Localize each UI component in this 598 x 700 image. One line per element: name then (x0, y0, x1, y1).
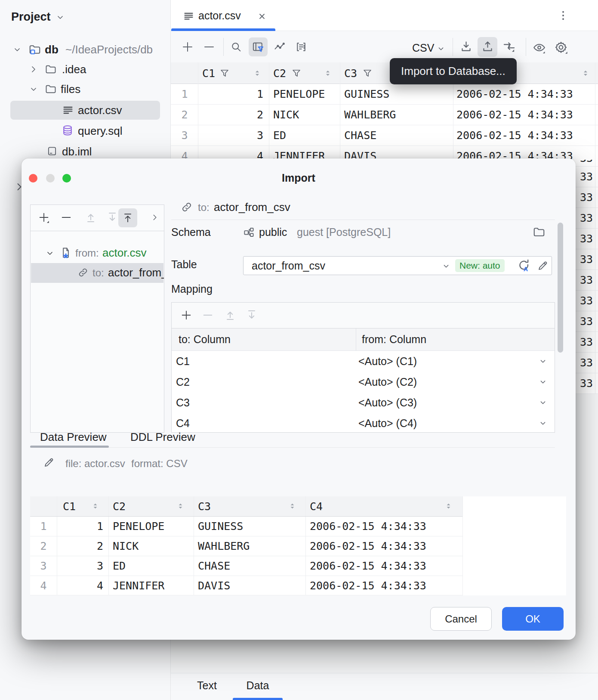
edit-pencil-icon[interactable] (43, 457, 55, 468)
cell[interactable]: 1 (62, 521, 103, 532)
tab-text[interactable]: Text (191, 679, 222, 692)
add-source-button[interactable] (38, 211, 50, 223)
mapping-to-cell[interactable]: C1 (176, 355, 190, 368)
clipped-cell[interactable]: 33 (576, 357, 593, 369)
cell[interactable]: 2006-02-15 4:34:33 (456, 89, 573, 100)
clipped-cell[interactable]: 33 (576, 254, 593, 265)
cell[interactable]: 2006-02-15 4:34:33 (310, 580, 426, 592)
clipped-cell[interactable]: 33 (576, 213, 593, 224)
mapping-row[interactable]: C3 <Auto> (C3) (172, 392, 555, 413)
cancel-button[interactable]: Cancel (430, 607, 492, 631)
tree-item-idea[interactable]: .idea (0, 59, 171, 79)
filter-funnel-icon[interactable] (291, 68, 302, 78)
mapping-to-cell[interactable]: C3 (176, 396, 190, 409)
table-name-field[interactable]: actor_from_csv New: auto A (243, 256, 552, 275)
clipped-cell[interactable]: 33 (576, 192, 593, 203)
edit-pencil-icon[interactable] (537, 260, 549, 272)
column-header-c2[interactable]: C2 (273, 67, 286, 80)
mapping-header-to[interactable]: to: Column (179, 333, 231, 346)
tree-item-db-root[interactable]: db ~/IdeaProjects/db (0, 40, 171, 59)
choose-schema-folder-button[interactable] (533, 226, 546, 238)
cell[interactable]: 2006-02-15 4:34:33 (310, 521, 426, 532)
mapping-from-cell[interactable]: <Auto> (C2) (358, 376, 417, 388)
filter-rows-button-active[interactable] (249, 37, 268, 56)
cell[interactable]: 2006-02-15 4:34:33 (456, 130, 573, 141)
cell[interactable]: GUINESS (198, 521, 243, 532)
cell[interactable]: 1 (232, 89, 263, 100)
cell[interactable]: GUINESS (344, 89, 389, 100)
preview-column-header-c1[interactable]: C1 (63, 500, 76, 513)
preview-column-header-c2[interactable]: C2 (113, 500, 126, 513)
cell[interactable]: DAVIS (198, 580, 230, 592)
cell[interactable]: PENELOPE (113, 521, 164, 532)
chevron-down-icon[interactable] (538, 377, 548, 387)
format-selector[interactable]: CSV (412, 42, 434, 54)
schema-value[interactable]: public (259, 226, 287, 238)
tree-item-query-sql[interactable]: query.sql (0, 121, 171, 141)
mapping-row[interactable]: C2 <Auto> (C2) (172, 372, 555, 392)
cell[interactable]: NICK (273, 109, 299, 121)
clipped-cell[interactable]: 33 (576, 295, 593, 307)
tab-data[interactable]: Data (242, 679, 273, 692)
expand-chevron-icon[interactable] (150, 213, 160, 222)
cell[interactable]: JENNIFER (113, 580, 164, 592)
close-icon[interactable] (258, 12, 266, 21)
tab-data-preview[interactable]: Data Preview (40, 431, 107, 444)
clipped-cell[interactable]: 33 (576, 316, 593, 327)
tab-actor-csv[interactable]: actor.csv (172, 0, 276, 31)
rename-refactor-icon[interactable]: A (517, 259, 530, 273)
cell[interactable]: CHASE (344, 130, 376, 141)
export-download-button[interactable] (459, 40, 473, 53)
column-header-c1[interactable]: C1 (202, 67, 215, 80)
import-upload-button-active[interactable] (478, 37, 497, 57)
source-tree-from-row[interactable]: * from: actor.csv (31, 244, 164, 263)
sort-icon[interactable] (581, 68, 590, 80)
cell[interactable]: WAHLBERG (344, 109, 396, 121)
sort-icon[interactable] (176, 502, 185, 512)
tree-item-files[interactable]: files (0, 79, 171, 99)
cell[interactable]: 2006-02-15 4:34:33 (310, 541, 426, 552)
mapping-row[interactable]: C1 <Auto> (C1) (172, 351, 555, 372)
sort-icon[interactable] (91, 502, 100, 512)
cell[interactable]: NICK (113, 541, 139, 552)
aggregate-view-button[interactable] (295, 41, 307, 53)
sort-icon[interactable] (288, 502, 297, 512)
mapping-row[interactable]: C4 <Auto> (C4) (172, 413, 555, 433)
clipped-cell[interactable]: 33 (576, 337, 593, 348)
cell[interactable]: 3 (232, 130, 263, 141)
cell[interactable]: PENELOPE (273, 89, 325, 100)
cell[interactable]: 2006-02-15 4:34:33 (310, 561, 426, 572)
tree-item-actor-csv[interactable]: actor.csv (10, 101, 160, 120)
clipped-cell[interactable]: 33 (576, 275, 593, 286)
search-icon[interactable] (230, 41, 242, 53)
transpose-button[interactable] (502, 40, 516, 53)
settings-gear-button[interactable] (554, 40, 568, 54)
cell[interactable]: 2006-02-15 4:34:33 (456, 109, 573, 121)
kebab-menu-icon[interactable] (557, 9, 569, 23)
cell[interactable]: CHASE (198, 561, 230, 572)
mapping-add-button[interactable] (180, 309, 192, 321)
remove-row-button[interactable] (203, 40, 216, 53)
remove-source-button[interactable] (60, 211, 72, 223)
view-options-eye-button[interactable] (533, 41, 546, 54)
format-chevron-icon[interactable] (436, 44, 446, 53)
preview-column-header-c4[interactable]: C4 (310, 500, 323, 513)
clipped-cell[interactable]: 33 (576, 233, 593, 245)
add-row-button[interactable] (181, 40, 194, 53)
cell[interactable]: 3 (62, 561, 103, 572)
chevron-down-icon[interactable] (45, 248, 55, 258)
mapping-from-cell[interactable]: <Auto> (C4) (358, 417, 417, 430)
column-header-c3[interactable]: C3 (344, 67, 357, 80)
sort-icon[interactable] (323, 68, 333, 80)
cell[interactable]: 2 (62, 541, 103, 552)
chevron-down-icon[interactable] (28, 84, 39, 94)
field-chevron-down-icon[interactable] (441, 261, 451, 271)
chevron-down-icon[interactable] (538, 418, 548, 428)
sort-icon[interactable] (253, 68, 262, 80)
ok-button[interactable]: OK (502, 607, 564, 631)
cell[interactable]: 4 (62, 580, 103, 592)
filter-funnel-icon[interactable] (362, 68, 373, 78)
chevron-down-icon[interactable] (538, 356, 548, 366)
mapping-from-cell[interactable]: <Auto> (C3) (358, 396, 417, 409)
chart-button[interactable] (274, 41, 286, 53)
